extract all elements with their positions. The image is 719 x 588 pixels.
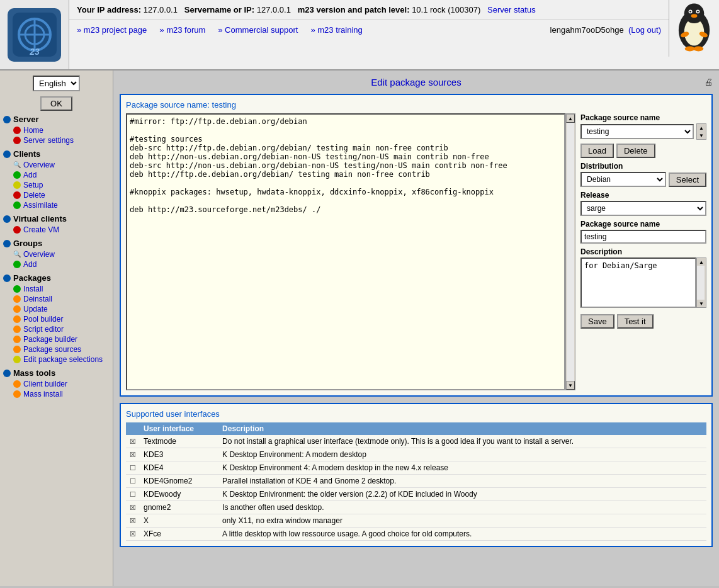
uis-checkbox-x[interactable]: ☒ — [130, 451, 136, 458]
script-editor-link[interactable]: Script editor — [23, 325, 64, 334]
sidebar-item-groups-overview[interactable]: 🔍 Overview — [3, 249, 110, 259]
uis-checkbox-empty[interactable]: ☐ — [130, 490, 136, 498]
sidebar-item-home[interactable]: Home — [3, 125, 110, 135]
groups-overview-link[interactable]: Overview — [23, 250, 55, 259]
uis-checkbox-x[interactable]: ☒ — [130, 530, 136, 538]
uis-checkbox-empty[interactable]: ☐ — [130, 464, 136, 472]
sidebar-section-title-clients[interactable]: Clients — [3, 149, 110, 159]
server-settings-link[interactable]: Server settings — [23, 136, 74, 145]
create-vm-link[interactable]: Create VM — [23, 225, 59, 234]
main-layout: English OK Server Home Server settings — [0, 71, 719, 586]
m23-forum-link[interactable]: » m23 forum — [159, 25, 205, 35]
clients-add-link[interactable]: Add — [23, 171, 37, 179]
update-link[interactable]: Update — [23, 305, 48, 314]
sidebar-item-deinstall[interactable]: Deinstall — [3, 294, 110, 304]
package-source-textarea[interactable]: #mirror: ftp://ftp.de.debian.org/debian … — [126, 113, 565, 390]
pool-builder-link[interactable]: Pool builder — [23, 315, 63, 324]
sidebar-item-update[interactable]: Update — [3, 304, 110, 314]
uis-row-desc: only X11, no extra window manager — [218, 514, 706, 528]
page-title: Edit package sources — [120, 77, 713, 88]
logout-link[interactable]: (Log out) — [628, 25, 661, 35]
sidebar-packages-label: Packages — [13, 273, 51, 283]
uis-checkbox-x[interactable]: ☒ — [130, 438, 136, 445]
sidebar-section-title-server[interactable]: Server — [3, 115, 110, 124]
sidebar-item-install[interactable]: Install — [3, 284, 110, 294]
uis-checkbox-x[interactable]: ☒ — [130, 504, 136, 511]
package-builder-link[interactable]: Package builder — [23, 335, 77, 344]
uis-checkbox-x[interactable]: ☒ — [130, 517, 136, 524]
sidebar-section-packages: Packages Install Deinstall Update Pool b… — [3, 273, 110, 365]
uis-row-desc: K Desktop Environment: A modern desktop — [218, 448, 706, 461]
uis-table-header: User interface Description — [126, 422, 706, 435]
sidebar-item-server-settings[interactable]: Server settings — [3, 135, 110, 145]
sidebar-item-package-builder[interactable]: Package builder — [3, 334, 110, 344]
svg-text:23: 23 — [29, 47, 40, 57]
header-nav: » m23 project page » m23 forum » Commerc… — [69, 20, 669, 40]
select-button[interactable]: Select — [669, 172, 706, 187]
m23-project-link[interactable]: » m23 project page — [77, 25, 147, 35]
server-icon — [3, 116, 11, 123]
clients-overview-link[interactable]: Overview — [23, 161, 55, 169]
edit-package-selections-link[interactable]: Edit package selections — [23, 355, 103, 364]
language-select[interactable]: English — [33, 76, 80, 91]
sidebar-section-clients: Clients 🔍 Overview Add Setup Delete Assi… — [3, 149, 110, 210]
desc-scroll-down[interactable]: ▼ — [697, 300, 706, 307]
sidebar-item-edit-package-selections[interactable]: Edit package selections — [3, 354, 110, 365]
clients-delete-link[interactable]: Delete — [23, 191, 45, 200]
textarea-scroll-up[interactable]: ▲ — [566, 114, 575, 123]
textarea-scroll-down[interactable]: ▼ — [566, 381, 575, 390]
sidebar-item-create-vm[interactable]: Create VM — [3, 225, 110, 235]
ok-button[interactable]: OK — [40, 96, 72, 111]
test-button[interactable]: Test it — [617, 314, 654, 329]
clients-setup-link[interactable]: Setup — [23, 181, 43, 189]
server-status-link[interactable]: Server status — [487, 5, 536, 14]
uis-table-row: ☐KDE4Gnome2Parallel installation of KDE … — [126, 475, 706, 488]
desc-scroll-up[interactable]: ▲ — [697, 258, 706, 266]
uis-checkbox-empty[interactable]: ☐ — [130, 477, 136, 485]
pkg-source-name-select[interactable]: testing — [580, 124, 694, 139]
pkg-source-scroll-up[interactable]: ▲ — [697, 124, 706, 132]
sidebar-section-title-mass-tools[interactable]: Mass tools — [3, 368, 110, 378]
home-link[interactable]: Home — [23, 126, 43, 135]
m23-training-link[interactable]: » m23 training — [310, 25, 362, 35]
sidebar-item-mass-install[interactable]: Mass install — [3, 389, 110, 399]
groups-add-link[interactable]: Add — [23, 260, 37, 269]
sidebar-item-pool-builder[interactable]: Pool builder — [3, 314, 110, 324]
print-icon[interactable]: 🖨 — [704, 77, 713, 87]
save-button[interactable]: Save — [580, 314, 614, 329]
delete-button[interactable]: Delete — [616, 144, 655, 158]
sidebar-section-title-packages[interactable]: Packages — [3, 273, 110, 283]
header-info: Your IP address: 127.0.0.1 Servername or… — [69, 0, 669, 20]
sidebar-item-clients-delete[interactable]: Delete — [3, 190, 110, 200]
uis-row-name: KDE4 — [140, 461, 218, 475]
pkg-source-name2-input[interactable] — [580, 230, 706, 244]
deinstall-link[interactable]: Deinstall — [23, 295, 52, 303]
sidebar-item-script-editor[interactable]: Script editor — [3, 324, 110, 334]
sidebar-item-package-sources[interactable]: Package sources — [3, 344, 110, 354]
description-textarea[interactable]: for Debian/Sarge — [580, 257, 696, 308]
sidebar-item-clients-assimilate[interactable]: Assimilate — [3, 200, 110, 210]
sidebar-section-title-groups[interactable]: Groups — [3, 239, 110, 248]
package-source-header: Package source name: testing — [126, 100, 706, 110]
uis-col-desc: Description — [218, 422, 706, 435]
mass-install-link[interactable]: Mass install — [23, 390, 63, 399]
sidebar-item-clients-setup[interactable]: Setup — [3, 180, 110, 190]
svg-point-8 — [684, 3, 705, 23]
assimilate-icon — [13, 201, 21, 209]
pkg-source-scroll-down[interactable]: ▼ — [697, 132, 706, 139]
sidebar-item-groups-add[interactable]: Add — [3, 259, 110, 269]
client-builder-link[interactable]: Client builder — [23, 380, 67, 388]
commercial-support-link[interactable]: » Commercial support — [218, 25, 298, 35]
clients-assimilate-link[interactable]: Assimilate — [23, 201, 58, 210]
sidebar-item-client-builder[interactable]: Client builder — [3, 379, 110, 389]
sidebar-section-title-virtual-clients[interactable]: Virtual clients — [3, 214, 110, 223]
sidebar-item-clients-add[interactable]: Add — [3, 170, 110, 180]
distribution-select[interactable]: Debian — [580, 172, 666, 187]
sidebar-item-clients-overview[interactable]: 🔍 Overview — [3, 160, 110, 170]
package-sources-link[interactable]: Package sources — [23, 345, 81, 354]
install-link[interactable]: Install — [23, 285, 43, 293]
load-button[interactable]: Load — [580, 144, 614, 158]
sidebar-section-virtual-clients: Virtual clients Create VM — [3, 214, 110, 235]
release-select[interactable]: sarge — [580, 201, 706, 216]
home-icon — [13, 127, 21, 134]
